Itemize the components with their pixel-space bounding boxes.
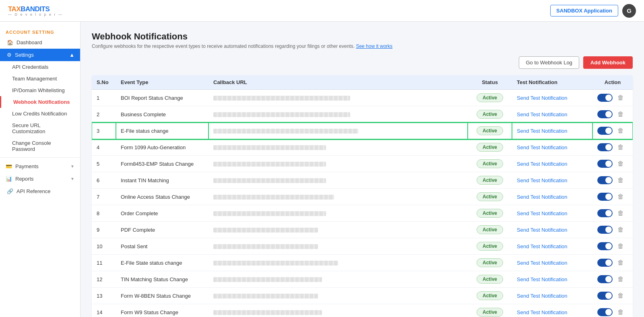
toggle-wrap: 🗑	[597, 275, 628, 284]
toggle-switch[interactable]	[597, 143, 613, 151]
send-test-link[interactable]: Send Test Notification	[517, 144, 568, 150]
sidebar-item-payments[interactable]: 💳 Payments ▼	[0, 160, 80, 173]
delete-icon[interactable]: 🗑	[616, 110, 625, 119]
cell-test-notification: Send Test Notification	[512, 288, 592, 304]
delete-icon[interactable]: 🗑	[616, 242, 625, 251]
sidebar: ACCOUNT SETTING 🏠 Dashboard ⚙ Settings ▲…	[0, 22, 80, 317]
payments-label: Payments	[15, 163, 39, 169]
sidebar-sub-webhook[interactable]: Webhook Notifications	[0, 96, 80, 108]
logo-icon: TAXBANDITS — D e v e l o p e r —	[8, 5, 63, 16]
sidebar-sub-ip-whitelisting[interactable]: IP/Domain Whitelisting	[0, 84, 80, 96]
table-row: 3 E-File status change Active Send Test …	[92, 123, 633, 139]
account-setting-label: ACCOUNT SETTING	[0, 26, 80, 36]
cell-action: 🗑	[592, 123, 633, 139]
send-test-link[interactable]: Send Test Notification	[517, 111, 568, 117]
toggle-switch[interactable]	[597, 127, 613, 135]
chevron-down-icon-2: ▼	[70, 177, 74, 181]
cell-event-type: Form 1099 Auto-Generation	[116, 139, 208, 156]
toggle-switch[interactable]	[597, 209, 613, 217]
delete-icon[interactable]: 🗑	[616, 176, 625, 185]
sidebar-item-api-reference[interactable]: 🔗 API Reference	[0, 185, 80, 198]
delete-icon[interactable]: 🗑	[616, 209, 625, 218]
toggle-switch[interactable]	[597, 308, 613, 316]
cell-action: 🗑	[592, 189, 633, 205]
delete-icon[interactable]: 🗑	[616, 308, 625, 317]
status-badge: Active	[477, 258, 503, 267]
sidebar-item-reports[interactable]: 📊 Reports ▼	[0, 173, 80, 185]
sandbox-button[interactable]: SANDBOX Application	[550, 5, 618, 16]
send-test-link[interactable]: Send Test Notification	[517, 95, 568, 101]
delete-icon[interactable]: 🗑	[616, 126, 625, 135]
toggle-wrap: 🗑	[597, 143, 628, 152]
toggle-switch[interactable]	[597, 226, 613, 234]
send-test-link[interactable]: Send Test Notification	[517, 161, 568, 167]
status-badge: Active	[477, 176, 503, 185]
send-test-link[interactable]: Send Test Notification	[517, 227, 568, 233]
toggle-switch[interactable]	[597, 110, 613, 118]
cell-callback-url	[208, 156, 468, 172]
add-webhook-button[interactable]: Add Webhook	[583, 56, 633, 69]
delete-icon[interactable]: 🗑	[616, 258, 625, 267]
send-test-link[interactable]: Send Test Notification	[517, 276, 568, 282]
send-test-link[interactable]: Send Test Notification	[517, 243, 568, 249]
delete-icon[interactable]: 🗑	[616, 93, 625, 102]
toggle-switch[interactable]	[597, 176, 613, 184]
cell-sno: 7	[92, 189, 116, 205]
send-test-link[interactable]: Send Test Notification	[517, 260, 568, 266]
delete-icon[interactable]: 🗑	[616, 225, 625, 234]
toggle-wrap: 🗑	[597, 242, 628, 251]
cell-status: Active	[468, 238, 512, 255]
send-test-link[interactable]: Send Test Notification	[517, 309, 568, 315]
toggle-switch[interactable]	[597, 242, 613, 250]
toggle-switch[interactable]	[597, 94, 613, 102]
cell-sno: 14	[92, 304, 116, 317]
delete-icon[interactable]: 🗑	[616, 159, 625, 168]
sidebar-payments-left: 💳 Payments	[6, 163, 39, 169]
sidebar-sub-secure-url[interactable]: Secure URL Customization	[0, 119, 80, 137]
toggle-switch[interactable]	[597, 275, 613, 283]
status-badge: Active	[477, 291, 503, 300]
dashboard-label: Dashboard	[17, 39, 42, 45]
avatar-button[interactable]: G	[622, 4, 636, 18]
send-test-link[interactable]: Send Test Notification	[517, 128, 568, 134]
api-reference-label: API Reference	[17, 188, 51, 194]
cell-sno: 2	[92, 106, 116, 123]
toggle-switch[interactable]	[597, 193, 613, 201]
send-test-link[interactable]: Send Test Notification	[517, 177, 568, 183]
cell-test-notification: Send Test Notification	[512, 205, 592, 222]
toggle-switch[interactable]	[597, 160, 613, 168]
logo: TAXBANDITS — D e v e l o p e r —	[8, 5, 63, 16]
cell-test-notification: Send Test Notification	[512, 172, 592, 189]
cell-sno: 3	[92, 123, 116, 139]
reports-label: Reports	[15, 176, 34, 182]
delete-icon[interactable]: 🗑	[616, 291, 625, 300]
table-row: 2 Business Complete Active Send Test Not…	[92, 106, 633, 123]
cell-action: 🗑	[592, 90, 633, 106]
send-test-link[interactable]: Send Test Notification	[517, 210, 568, 216]
sidebar-sub-low-credits[interactable]: Low Credits Notification	[0, 108, 80, 119]
send-test-link[interactable]: Send Test Notification	[517, 194, 568, 200]
cell-event-type: Order Complete	[116, 205, 208, 222]
cell-sno: 5	[92, 156, 116, 172]
delete-icon[interactable]: 🗑	[616, 275, 625, 284]
toggle-switch[interactable]	[597, 292, 613, 300]
sidebar-item-settings[interactable]: ⚙ Settings ▲	[0, 49, 80, 61]
col-test-notification: Test Notification	[512, 75, 592, 90]
send-test-link[interactable]: Send Test Notification	[517, 293, 568, 299]
table-row: 14 Form W9 Status Change Active Send Tes…	[92, 304, 633, 317]
cell-test-notification: Send Test Notification	[512, 106, 592, 123]
cell-action: 🗑	[592, 238, 633, 255]
cell-status: Active	[468, 255, 512, 271]
settings-icon: ⚙	[7, 52, 12, 58]
webhook-log-button[interactable]: Go to Webhook Log	[519, 56, 579, 69]
see-how-link[interactable]: See how it works	[356, 43, 392, 49]
cell-event-type: Form8453-EMP Status Change	[116, 156, 208, 172]
sidebar-item-dashboard[interactable]: 🏠 Dashboard	[0, 36, 80, 49]
delete-icon[interactable]: 🗑	[616, 192, 625, 201]
sidebar-sub-change-password[interactable]: Change Console Password	[0, 137, 80, 155]
toggle-switch[interactable]	[597, 259, 613, 267]
cell-callback-url	[208, 222, 468, 238]
sidebar-sub-team-management[interactable]: Team Management	[0, 73, 80, 84]
delete-icon[interactable]: 🗑	[616, 143, 625, 152]
sidebar-sub-api-credentials[interactable]: API Credentials	[0, 61, 80, 73]
